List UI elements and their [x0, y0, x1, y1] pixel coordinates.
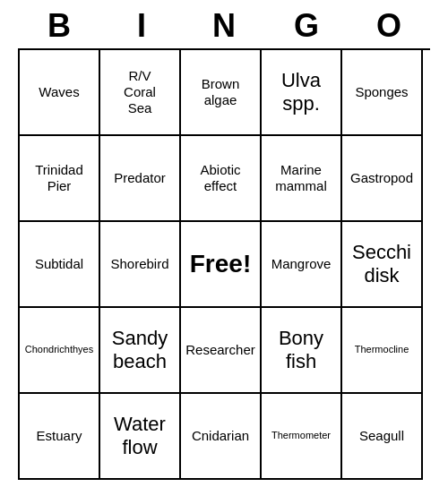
letter-o: O — [349, 7, 428, 45]
bingo-cell-21: Waterflow — [100, 394, 181, 480]
bingo-cell-22: Cnidarian — [181, 394, 262, 480]
bingo-cell-5: TrinidadPier — [20, 136, 100, 222]
bingo-cell-2: Brownalgae — [181, 50, 262, 136]
bingo-cell-8: Marinemammal — [262, 136, 342, 222]
bingo-cell-20: Estuary — [20, 394, 100, 480]
bingo-cell-0: Waves — [20, 50, 100, 136]
bingo-cell-6: Predator — [100, 136, 181, 222]
bingo-cell-1: R/VCoralSea — [100, 50, 181, 136]
bingo-cell-17: Researcher — [181, 308, 262, 394]
bingo-cell-24: Seagull — [342, 394, 423, 480]
bingo-cell-15: Chondrichthyes — [20, 308, 100, 394]
letter-g: G — [267, 7, 346, 45]
letter-n: N — [185, 7, 263, 45]
bingo-cell-11: Shorebird — [100, 222, 181, 308]
bingo-cell-3: Ulvaspp. — [262, 50, 342, 136]
bingo-cell-12: Free! — [181, 222, 262, 308]
bingo-grid: WavesR/VCoralSeaBrownalgaeUlvaspp.Sponge… — [18, 48, 430, 480]
bingo-cell-23: Thermometer — [262, 394, 342, 480]
bingo-cell-9: Gastropod — [342, 136, 423, 222]
bingo-cell-16: Sandybeach — [100, 308, 181, 394]
bingo-cell-4: Sponges — [342, 50, 423, 136]
bingo-cell-14: Secchidisk — [342, 222, 423, 308]
bingo-title: B I N G O — [18, 0, 430, 48]
letter-b: B — [20, 7, 99, 45]
bingo-cell-18: Bonyfish — [262, 308, 342, 394]
bingo-cell-10: Subtidal — [20, 222, 100, 308]
letter-i: I — [102, 7, 181, 45]
bingo-cell-19: Thermocline — [342, 308, 423, 394]
bingo-cell-7: Abioticeffect — [181, 136, 262, 222]
bingo-cell-13: Mangrove — [262, 222, 342, 308]
